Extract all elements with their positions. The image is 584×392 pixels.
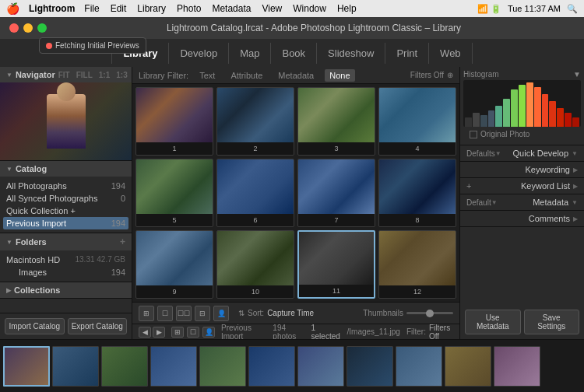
metadata-option[interactable]: Default ▼ Metadata ▼ [460,194,584,211]
sort-value[interactable]: Capture Time [267,309,314,317]
collections-header[interactable]: ▶ Collections [0,282,132,298]
film-thumb-9[interactable] [396,346,442,387]
tab-map[interactable]: Map [229,43,271,64]
catalog-header[interactable]: ▼ Catalog [0,161,132,177]
histogram-label: Histogram [463,70,499,79]
filter-none[interactable]: None [325,69,354,82]
maximize-button[interactable] [37,23,47,33]
catalog-quick-collection[interactable]: Quick Collection + [6,205,125,217]
film-thumb-1[interactable] [3,346,50,387]
use-metadata-button[interactable]: Use Metadata [465,310,521,334]
filter-text[interactable]: Text [195,69,220,82]
film-thumb-7[interactable] [297,346,344,387]
grid-cell-7[interactable]: 7 [297,159,375,227]
status-grid-view[interactable]: ⊞ [171,327,184,338]
grid-cell-3[interactable]: 3 [297,87,375,156]
notification-close[interactable] [46,43,52,49]
close-button[interactable] [9,23,19,33]
keyword-list-option[interactable]: + Keyword List ▶ [460,178,584,194]
grid-cell-6[interactable]: 6 [216,159,294,227]
filter-toggle[interactable]: ⊕ [447,71,453,79]
view-loupe-button[interactable]: ☐ [157,306,173,321]
original-photo-row: Original Photo [463,127,581,142]
status-loupe-view[interactable]: ☐ [187,327,199,338]
menu-view[interactable]: View [262,3,282,14]
status-prev-button[interactable]: ◀ [139,327,151,338]
menu-photo[interactable]: Photo [177,3,201,14]
navigator-zoom-fit[interactable]: FIT [58,71,70,79]
app-name[interactable]: Lightroom [29,3,75,14]
catalog-previous-import[interactable]: Previous Import 194 [3,217,128,229]
export-catalog-button[interactable]: Export Catalog [68,318,128,334]
menu-metadata[interactable]: Metadata [212,3,251,14]
view-survey-button[interactable]: ⊟ [195,306,210,321]
keyword-plus[interactable]: + [466,181,471,191]
view-compare-button[interactable]: ☐☐ [176,306,192,321]
catalog-all-photos[interactable]: All Photographs 194 [6,180,125,192]
module-tabs: Library Develop Map Book Slideshow Print… [111,43,472,64]
thumbnail-size-slider[interactable] [406,312,453,314]
filter-metadata[interactable]: Metadata [273,69,318,82]
navigator-zoom-fill[interactable]: FILL [76,71,93,79]
film-thumb-6[interactable] [248,346,295,387]
film-thumb-5[interactable] [199,346,246,387]
film-thumb-11[interactable] [494,346,540,387]
grid-thumb-6 [217,159,294,214]
view-grid-button[interactable]: ⊞ [139,306,154,321]
tab-book[interactable]: Book [271,43,317,64]
menu-library[interactable]: Library [137,3,166,14]
film-thumb-8[interactable] [347,346,393,387]
grid-cell-1[interactable]: 1 [135,87,213,156]
filter-attribute[interactable]: Attribute [226,69,267,82]
menu-window[interactable]: Window [293,3,326,14]
menu-file[interactable]: File [84,3,99,14]
grid-cell-8[interactable]: 8 [378,159,456,227]
catalog-synced[interactable]: All Synced Photographs 0 [6,192,125,205]
film-thumb-10[interactable] [445,346,491,387]
grid-cell-10[interactable]: 10 [216,230,294,299]
original-photo-checkbox[interactable] [470,131,477,138]
metadata-label: Metadata [498,198,568,207]
menu-help[interactable]: Help [337,3,357,14]
grid-cell-11[interactable]: 11 [297,230,375,299]
view-people-button[interactable]: 👤 [213,306,229,321]
save-settings-button[interactable]: Save Settings [524,310,580,334]
navigator-zoom-1-1[interactable]: 1:1 [99,71,110,79]
catalog-previous-import-label: Previous Import [6,219,66,228]
notification-text: Fetching Initial Previews [55,41,139,50]
filter-value-status[interactable]: Filters Off [429,324,453,340]
import-catalog-button[interactable]: Import Catalog [5,318,65,334]
tab-print[interactable]: Print [385,43,429,64]
film-thumb-2[interactable] [52,346,99,387]
film-thumb-3[interactable] [101,346,148,387]
status-next-button[interactable]: ▶ [153,327,165,338]
tab-slideshow[interactable]: Slideshow [317,43,385,64]
cell-num-12: 12 [379,285,456,298]
tab-develop[interactable]: Develop [169,43,229,64]
menu-edit[interactable]: Edit [111,3,127,14]
minimize-button[interactable] [23,23,33,33]
film-thumb-4[interactable] [150,346,197,387]
catalog-label: Catalog [16,164,47,173]
spotlight-icon[interactable]: 🔍 [567,4,578,14]
grid-cell-9[interactable]: 9 [135,230,213,299]
status-people-view[interactable]: 👤 [202,327,215,338]
grid-cell-4[interactable]: 4 [378,87,456,156]
grid-thumb-3 [298,88,375,142]
quick-develop-dropdown[interactable]: Defaults [466,149,495,158]
apple-menu[interactable]: 🍎 [6,2,19,15]
comments-option[interactable]: Comments ▶ [460,211,584,227]
tab-web[interactable]: Web [429,43,473,64]
metadata-dropdown[interactable]: Default [466,198,491,207]
folder-images[interactable]: Images 194 [6,266,125,278]
folder-macintosh[interactable]: Macintosh HD 13.31 42.7 GB [6,254,125,266]
grid-cell-12[interactable]: 12 [378,230,456,299]
grid-cell-2[interactable]: 2 [216,87,294,156]
navigator-zoom-1-3[interactable]: 1:3 [116,71,127,79]
quick-develop-option[interactable]: Defaults ▼ Quick Develop ▼ [460,145,584,162]
navigator-header[interactable]: ▼ Navigator FIT FILL 1:1 1:3 [0,67,132,82]
folders-header[interactable]: ▼ Folders + [0,233,132,250]
keywording-option[interactable]: Keywording ▶ [460,162,584,178]
folders-add[interactable]: + [120,236,125,247]
grid-cell-5[interactable]: 5 [135,159,213,227]
